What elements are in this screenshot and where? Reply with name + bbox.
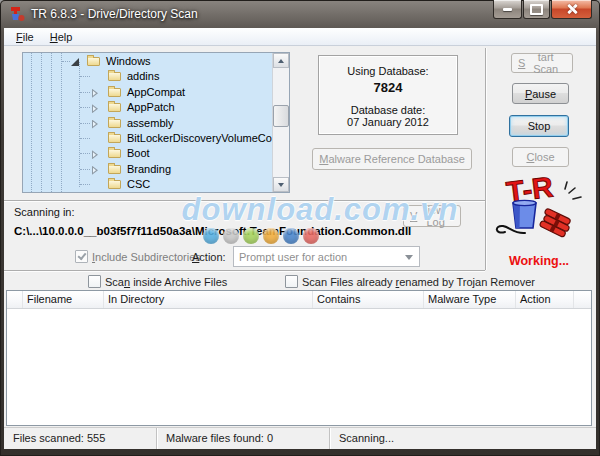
folder-icon [108,149,121,158]
arrow-down-icon [278,183,284,187]
status-pane: Scanning... [330,428,596,449]
database-number: 7824 [319,80,457,95]
tree-connector [80,92,90,93]
action-dropdown-value: Prompt user for action [239,251,347,263]
tree-connector [80,138,90,139]
tree-item-label: AppCompat [127,86,185,98]
client-area: File Help WindowsaddinsAppCompatAppPatch… [4,28,596,449]
tree-item-appcompat[interactable]: AppCompat [23,85,272,100]
minimize-icon [503,8,512,11]
chevron-down-icon [405,255,413,260]
column-header-in-directory[interactable]: In Directory [104,291,313,308]
pause-button[interactable]: Pause [512,83,569,104]
database-date-label: Database date: [319,104,457,116]
menu-file[interactable]: File [8,30,42,44]
tree-item-addins[interactable]: addins [23,69,272,84]
scroll-up-button[interactable] [273,53,289,68]
column-header-malware-type[interactable]: Malware Type [424,291,516,308]
tree-item-branding[interactable]: Branding [23,162,272,177]
tree-scrollbar[interactable] [272,53,289,192]
column-header-blank[interactable] [7,291,23,308]
tree-item-apppatch[interactable]: AppPatch [23,100,272,115]
working-status: Working... [491,254,587,268]
tree-item-label: assembly [127,117,173,129]
app-window: TR 6.8.3 - Drive/Directory Scan File Hel… [0,0,600,456]
tree-item-label: BitLockerDiscoveryVolumeContents [127,132,272,144]
column-header-blank[interactable] [574,291,591,308]
close-button[interactable] [551,0,592,19]
tree-item-label: addins [127,70,159,82]
column-header-contains[interactable]: Contains [313,291,424,308]
horizontal-divider [4,200,485,202]
folder-icon [108,119,121,128]
collapsed-icon[interactable] [92,166,98,175]
tree-item-assembly[interactable]: assembly [23,116,272,131]
close-icon [566,3,578,15]
status-pane: Files scanned: 555 [4,428,157,449]
tree-item-label: CSC [127,178,150,190]
window-title: TR 6.8.3 - Drive/Directory Scan [31,7,198,21]
status-bar: Files scanned: 555Malware files found: 0… [4,427,596,449]
malware-reference-database-button[interactable]: Malware Reference Database [312,148,472,170]
results-header: FilenameIn DirectoryContainsMalware Type… [7,291,591,309]
database-info-panel: Using Database: 7824 Database date: 07 J… [318,55,458,135]
tree-connector [80,123,90,124]
folder-icon [108,165,121,174]
menu-bar: File Help [4,28,596,46]
horizontal-divider [4,270,485,272]
scroll-down-button[interactable] [273,177,289,192]
database-date: 07 January 2012 [319,116,457,128]
folder-icon [108,180,121,189]
results-list[interactable]: FilenameIn DirectoryContainsMalware Type… [6,290,592,426]
database-label: Using Database: [319,65,457,77]
tree-connector [80,107,90,108]
menu-help[interactable]: Help [42,30,81,44]
scan-renamed-label: Scan Files already renamed by Trojan Rem… [302,276,535,288]
tree-item-boot[interactable]: Boot [23,146,272,161]
include-subdirectories-label: Include Subdirectories [92,251,201,263]
vertical-divider [485,48,487,270]
tree-item-windows[interactable]: Windows [23,54,272,69]
scanning-in-label: Scanning in: [14,206,75,218]
collapsed-icon[interactable] [92,120,98,129]
tree-item-bitlockerdiscoveryvolumecontents[interactable]: BitLockerDiscoveryVolumeContents [23,131,272,146]
title-bar[interactable]: TR 6.8.3 - Drive/Directory Scan [0,0,600,28]
tree-connector [80,169,90,170]
scan-archives-checkbox[interactable] [88,275,101,288]
maximize-icon [530,4,543,15]
folder-icon [108,134,121,143]
column-header-action[interactable]: Action [516,291,574,308]
arrow-up-icon [278,59,284,63]
expanded-icon[interactable] [71,58,79,66]
maximize-button[interactable] [523,0,550,19]
tree-connector [80,153,90,154]
view-log-button[interactable]: View Log [403,205,461,227]
tree-item-label: Boot [127,147,150,159]
tree-connector [80,76,90,77]
scan-renamed-checkbox[interactable] [285,275,298,288]
close-scan-button[interactable]: Close [512,147,569,167]
tree-item-label: Branding [127,163,171,175]
collapsed-icon[interactable] [92,89,98,98]
collapsed-icon[interactable] [92,104,98,113]
tree-connector [62,61,70,62]
directory-tree[interactable]: WindowsaddinsAppCompatAppPatchassemblyBi… [22,52,290,193]
minimize-button[interactable] [493,0,522,19]
scrollbar-thumb[interactable] [273,105,289,127]
action-dropdown[interactable]: Prompt user for action [233,246,420,267]
tree-item-label: AppPatch [127,101,175,113]
app-icon [9,6,25,22]
tree-item-label: Windows [106,55,151,67]
stop-button[interactable]: Stop [509,115,569,137]
status-pane: Malware files found: 0 [157,428,330,449]
folder-icon [108,72,121,81]
include-subdirectories-checkbox[interactable] [75,250,88,263]
folder-icon [108,88,121,97]
start-scan-button[interactable]: Start Scan [511,53,573,73]
tree-item-csc[interactable]: CSC [23,177,272,191]
trojan-remover-logo: T-R [493,170,585,244]
collapsed-icon[interactable] [92,150,98,159]
folder-icon [87,57,100,66]
column-header-filename[interactable]: Filename [23,291,104,308]
current-scan-path: C:\...\10.0.0.0__b03f5f7f11d50a3a\Micros… [14,225,411,237]
